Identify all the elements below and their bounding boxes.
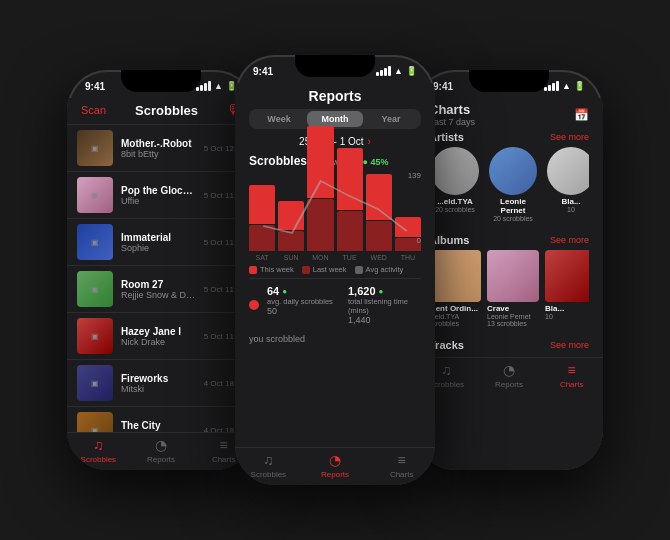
album-art: ▣ <box>77 271 113 307</box>
screen-right: Charts Last 7 days 📅 Artists See more ..… <box>415 98 603 470</box>
phones-container: 9:41 ▲ 🔋 Scan Scrobbles 🎙 ▣ <box>0 0 670 540</box>
screen-left: Scan Scrobbles 🎙 ▣ Mother.-.Robot 8bit b… <box>67 98 255 470</box>
album-cover <box>429 250 481 302</box>
album-artist: ...eld.TYA <box>429 313 481 320</box>
list-item[interactable]: ▣ The City Jockstrap 4 Oct 18:56 <box>67 407 255 432</box>
scrobble-title: Mother.-.Robot <box>121 138 196 149</box>
scan-button[interactable]: Scan <box>81 104 106 116</box>
legend-thisweek: This week <box>249 265 294 274</box>
stat-avg-scrobbles: 64 ● avg. daily scrobbles 50 <box>267 285 340 325</box>
scrobbles-icon-c: ♫ <box>263 452 274 468</box>
tracks-see-more[interactable]: See more <box>550 340 589 350</box>
period-year[interactable]: Year <box>363 111 419 127</box>
list-item[interactable]: ▣ Hazey Jane I Nick Drake 5 Oct 11:17 <box>67 313 255 360</box>
scrobble-list: ▣ Mother.-.Robot 8bit bEtty 5 Oct 12:30 … <box>67 125 255 432</box>
charts-tab-icon: ≡ <box>220 437 228 453</box>
album-card[interactable]: Crave Leonie Pernet 13 scrobbles <box>487 250 539 327</box>
left-title: Scrobbles <box>135 103 198 118</box>
you-scrobbled-label: you scrobbled <box>249 331 421 347</box>
line-chart-overlay <box>249 171 421 245</box>
status-icons-center: ▲ 🔋 <box>376 66 417 76</box>
album-art: ▣ <box>77 412 113 432</box>
tab-reports[interactable]: ◔ Reports <box>130 437 193 464</box>
notch-left <box>121 70 201 92</box>
battery-icon-c: 🔋 <box>406 66 417 76</box>
tab-charts-c[interactable]: ≡ Charts <box>368 452 435 479</box>
scrobble-info: Immaterial Sophie <box>121 232 196 253</box>
period-week[interactable]: Week <box>251 111 307 127</box>
scrobble-title: Pop the Glock (Original... <box>121 185 196 196</box>
legend-dot-thisweek <box>249 266 257 274</box>
stat-dot-left <box>249 300 259 310</box>
scrobble-title: Fireworks <box>121 373 196 384</box>
right-header: Charts Last 7 days 📅 <box>415 98 603 129</box>
scrobbles-tab-icon: ♫ <box>93 437 104 453</box>
legend-dot-avg <box>355 266 363 274</box>
bar-chart: 139 0 SAT SUN <box>249 171 421 261</box>
chart-legend: This week Last week Avg activity <box>249 265 421 274</box>
artist-avatar <box>489 147 537 195</box>
artist-scrobbles: 10 <box>567 206 575 213</box>
charts-icon-c: ≡ <box>398 452 406 468</box>
scrobbles-tab-label: Scrobbles <box>81 455 117 464</box>
list-item[interactable]: ▣ Fireworks Mitski 4 Oct 18:59 <box>67 360 255 407</box>
reports-icon-c: ◔ <box>329 452 341 468</box>
legend-lastweek: Last week <box>302 265 347 274</box>
tracks-section-header: Tracks See more <box>429 339 589 351</box>
notch-right <box>469 70 549 92</box>
center-title: Reports <box>309 88 362 104</box>
list-item[interactable]: ▣ Room 27 Rejjie Snow & Dana Williams 5 … <box>67 266 255 313</box>
notch-center <box>295 55 375 77</box>
artist-card[interactable]: Bla... 10 <box>545 147 589 222</box>
album-card[interactable]: Bla... 10 <box>545 250 589 327</box>
tab-scrobbles-c[interactable]: ♫ Scrobbles <box>235 452 302 479</box>
signal-icon-c <box>376 66 391 76</box>
date-range[interactable]: 25 Sep - 1 Oct › <box>235 133 435 150</box>
reports-label-r: Reports <box>495 380 523 389</box>
album-artist: Leonie Pernet <box>487 313 539 320</box>
artist-card[interactable]: ...eld.TYA 20 scrobbles <box>429 147 481 222</box>
scrobble-title: Hazey Jane I <box>121 326 196 337</box>
album-art: ▣ <box>77 130 113 166</box>
phone-right: 9:41 ▲ 🔋 Charts Last 7 days 📅 <box>415 70 603 470</box>
scrobble-info: Mother.-.Robot 8bit bEtty <box>121 138 196 159</box>
tab-charts-r[interactable]: ≡ Charts <box>540 362 603 389</box>
albums-see-more[interactable]: See more <box>550 235 589 245</box>
album-row: ...ent Ordin... ...eld.TYA scrobbles Cra… <box>429 250 589 327</box>
list-item[interactable]: ▣ Pop the Glock (Original... Uffie 5 Oct… <box>67 172 255 219</box>
chart-title: Scrobbles <box>249 154 307 168</box>
albums-section: Albums See more ...ent Ordin... ...eld.T… <box>415 232 603 337</box>
artists-section-header: Artists See more <box>429 131 589 143</box>
phone-center: 9:41 ▲ 🔋 Reports Week <box>235 55 435 485</box>
artist-avatar <box>431 147 479 195</box>
list-item[interactable]: ▣ Mother.-.Robot 8bit bEtty 5 Oct 12:30 <box>67 125 255 172</box>
tab-reports-r[interactable]: ◔ Reports <box>478 362 541 389</box>
stat-listening-time: 1,620 ● total listening time (mins) 1,44… <box>348 285 421 325</box>
calendar-icon[interactable]: 📅 <box>574 108 589 122</box>
scrobble-title: Immaterial <box>121 232 196 243</box>
battery-icon-r: 🔋 <box>574 81 585 91</box>
period-month[interactable]: Month <box>307 111 363 127</box>
tab-scrobbles[interactable]: ♫ Scrobbles <box>67 437 130 464</box>
tab-reports-c[interactable]: ◔ Reports <box>302 452 369 479</box>
artist-name: ...eld.TYA <box>437 197 473 206</box>
phone-left: 9:41 ▲ 🔋 Scan Scrobbles 🎙 ▣ <box>67 70 255 470</box>
album-card[interactable]: ...ent Ordin... ...eld.TYA scrobbles <box>429 250 481 327</box>
album-scrobbles: 13 scrobbles <box>487 320 539 327</box>
center-header: Reports <box>235 83 435 109</box>
charts-icon-r: ≡ <box>568 362 576 378</box>
scrobble-title: Room 27 <box>121 279 196 290</box>
artists-see-more[interactable]: See more <box>550 132 589 142</box>
scrobble-info: Fireworks Mitski <box>121 373 196 394</box>
list-item[interactable]: ▣ Immaterial Sophie 5 Oct 11:24 <box>67 219 255 266</box>
stats-row: 64 ● avg. daily scrobbles 50 1,620 ● tot… <box>249 278 421 331</box>
bar-label: WED <box>371 254 387 261</box>
scrobble-artist: Rejjie Snow & Dana Williams <box>121 290 196 300</box>
wifi-icon-r: ▲ <box>562 81 571 91</box>
albums-title: Albums <box>429 234 469 246</box>
chart-section: Scrobbles (last week) ● 45% 139 0 SAT <box>235 150 435 447</box>
left-header: Scan Scrobbles 🎙 <box>67 98 255 125</box>
bar-label: SUN <box>284 254 299 261</box>
artist-card[interactable]: Leonie Pernet 20 scrobbles <box>487 147 539 222</box>
bar-label: SAT <box>256 254 269 261</box>
